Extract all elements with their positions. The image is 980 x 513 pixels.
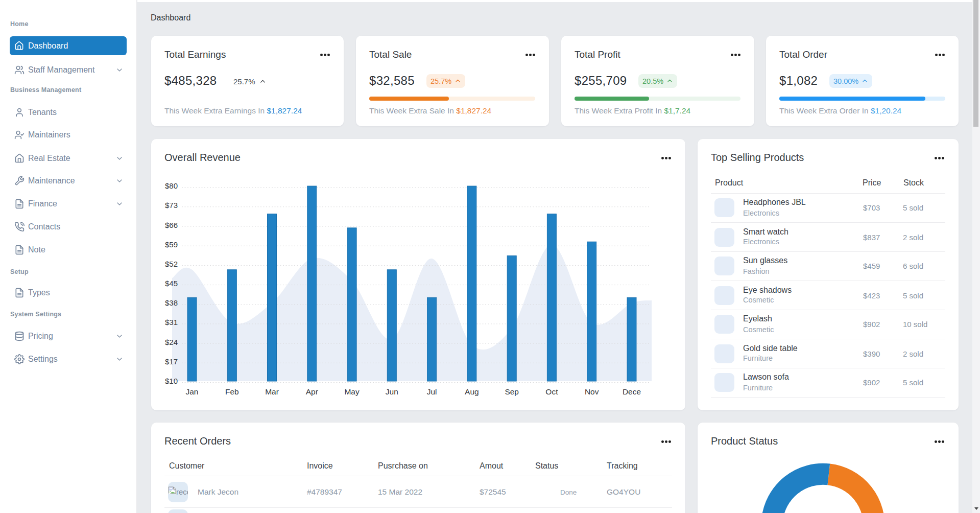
svg-text:Jul: Jul — [427, 387, 437, 396]
svg-text:Jun: Jun — [386, 387, 398, 396]
svg-text:$59: $59 — [165, 240, 178, 249]
svg-text:Oct: Oct — [545, 387, 558, 396]
svg-text:$73: $73 — [165, 201, 178, 209]
svg-text:Nov: Nov — [585, 387, 599, 396]
svg-text:Apr: Apr — [306, 387, 318, 396]
svg-text:Sep: Sep — [505, 387, 519, 396]
svg-text:$38: $38 — [165, 298, 178, 307]
svg-text:$52: $52 — [165, 260, 178, 268]
svg-text:Mar: Mar — [265, 387, 279, 396]
svg-text:$80: $80 — [165, 181, 178, 190]
svg-text:Jan: Jan — [186, 387, 199, 396]
svg-text:$24: $24 — [165, 338, 178, 346]
svg-text:$31: $31 — [165, 318, 178, 327]
svg-text:$17: $17 — [165, 357, 178, 366]
svg-text:May: May — [344, 387, 360, 396]
svg-text:$66: $66 — [165, 221, 178, 229]
svg-text:Feb: Feb — [225, 387, 239, 396]
svg-text:Aug: Aug — [465, 387, 479, 396]
svg-text:$10: $10 — [165, 377, 178, 385]
svg-text:Dece: Dece — [623, 387, 641, 396]
svg-text:$45: $45 — [165, 279, 178, 288]
